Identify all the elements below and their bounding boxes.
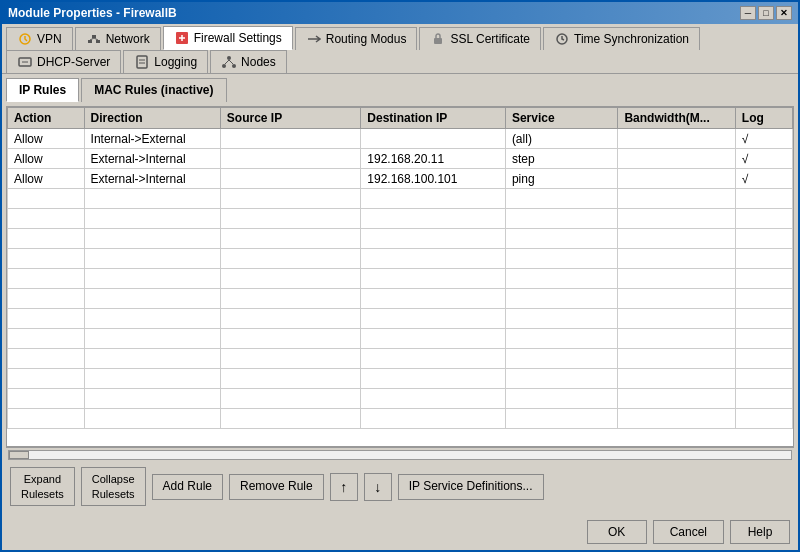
empty-cell xyxy=(84,349,220,369)
help-button[interactable]: Help xyxy=(730,520,790,544)
tab-nodes-label: Nodes xyxy=(241,55,276,69)
tab-mac-rules[interactable]: MAC Rules (inactive) xyxy=(81,78,226,102)
empty-cell xyxy=(361,209,506,229)
empty-cell xyxy=(361,409,506,429)
minimize-button[interactable]: ─ xyxy=(740,6,756,20)
table-cell: √ xyxy=(735,149,792,169)
cancel-button[interactable]: Cancel xyxy=(653,520,724,544)
horizontal-scrollbar[interactable] xyxy=(8,450,792,460)
empty-cell xyxy=(505,369,618,389)
empty-cell xyxy=(84,309,220,329)
svg-point-13 xyxy=(227,56,231,60)
empty-row xyxy=(8,289,793,309)
tab-time[interactable]: Time Synchronization xyxy=(543,27,700,50)
empty-cell xyxy=(618,389,735,409)
empty-cell xyxy=(618,269,735,289)
main-window: Module Properties - FirewallB ─ □ ✕ VPN … xyxy=(0,0,800,552)
empty-cell xyxy=(505,209,618,229)
tab-nodes[interactable]: Nodes xyxy=(210,50,287,73)
svg-rect-3 xyxy=(96,40,100,43)
empty-cell xyxy=(505,269,618,289)
tab-vpn[interactable]: VPN xyxy=(6,27,73,50)
empty-row xyxy=(8,189,793,209)
col-bandwidth: Bandwidth(M... xyxy=(618,108,735,129)
empty-cell xyxy=(84,329,220,349)
empty-cell xyxy=(8,409,85,429)
table-header-row: Action Direction Source IP Destination I… xyxy=(8,108,793,129)
col-direction: Direction xyxy=(84,108,220,129)
top-tab-bar: VPN Network Firewall Settings Routing Mo… xyxy=(2,24,798,74)
empty-cell xyxy=(84,189,220,209)
table-cell: ping xyxy=(505,169,618,189)
empty-cell xyxy=(505,289,618,309)
move-down-button[interactable]: ↓ xyxy=(364,473,392,501)
empty-cell xyxy=(618,309,735,329)
empty-cell xyxy=(220,269,361,289)
table-cell: Allow xyxy=(8,129,85,149)
remove-rule-button[interactable]: Remove Rule xyxy=(229,474,324,500)
expand-rulesets-button[interactable]: Expand Rulesets xyxy=(10,467,75,506)
move-up-button[interactable]: ↑ xyxy=(330,473,358,501)
tab-network-label: Network xyxy=(106,32,150,46)
routing-icon xyxy=(306,31,322,47)
table-row[interactable]: AllowExternal->Internal192.168.20.11step… xyxy=(8,149,793,169)
empty-cell xyxy=(361,249,506,269)
table-cell: External->Internal xyxy=(84,169,220,189)
inner-tab-bar: IP Rules MAC Rules (inactive) xyxy=(6,78,794,102)
empty-cell xyxy=(84,409,220,429)
tab-logging[interactable]: Logging xyxy=(123,50,208,73)
empty-cell xyxy=(735,369,792,389)
empty-cell xyxy=(361,189,506,209)
collapse-rulesets-button[interactable]: Collapse Rulesets xyxy=(81,467,146,506)
table-cell xyxy=(618,169,735,189)
tab-ip-rules[interactable]: IP Rules xyxy=(6,78,79,102)
empty-cell xyxy=(361,329,506,349)
empty-cell xyxy=(618,189,735,209)
dhcp-icon xyxy=(17,54,33,70)
tab-mac-rules-label: MAC Rules (inactive) xyxy=(94,83,213,97)
ip-service-definitions-button[interactable]: IP Service Definitions... xyxy=(398,474,544,500)
empty-row xyxy=(8,229,793,249)
empty-cell xyxy=(735,249,792,269)
scrollbar-thumb[interactable] xyxy=(9,451,29,459)
tab-firewall-settings[interactable]: Firewall Settings xyxy=(163,26,293,50)
empty-cell xyxy=(361,349,506,369)
maximize-button[interactable]: □ xyxy=(758,6,774,20)
tab-ssl[interactable]: SSL Certificate xyxy=(419,27,541,50)
empty-cell xyxy=(220,309,361,329)
table-cell: √ xyxy=(735,169,792,189)
empty-cell xyxy=(8,329,85,349)
empty-cell xyxy=(84,269,220,289)
table-row[interactable]: AllowInternal->External(all)√ xyxy=(8,129,793,149)
empty-cell xyxy=(361,289,506,309)
empty-cell xyxy=(505,329,618,349)
empty-cell xyxy=(8,289,85,309)
nodes-icon xyxy=(221,54,237,70)
ok-button[interactable]: OK xyxy=(587,520,647,544)
empty-row xyxy=(8,389,793,409)
tab-routing[interactable]: Routing Modus xyxy=(295,27,418,50)
horizontal-scrollbar-area xyxy=(6,447,794,461)
empty-cell xyxy=(505,189,618,209)
empty-cell xyxy=(361,269,506,289)
tab-dhcp-label: DHCP-Server xyxy=(37,55,110,69)
tab-dhcp[interactable]: DHCP-Server xyxy=(6,50,121,73)
tab-ssl-label: SSL Certificate xyxy=(450,32,530,46)
table-cell xyxy=(618,129,735,149)
empty-cell xyxy=(8,249,85,269)
col-action: Action xyxy=(8,108,85,129)
empty-cell xyxy=(618,409,735,429)
empty-row xyxy=(8,329,793,349)
table-row[interactable]: AllowExternal->Internal192.168.100.101pi… xyxy=(8,169,793,189)
tab-network[interactable]: Network xyxy=(75,27,161,50)
svg-rect-7 xyxy=(434,38,442,44)
empty-cell xyxy=(220,249,361,269)
empty-row xyxy=(8,209,793,229)
col-destination-ip: Destination IP xyxy=(361,108,506,129)
empty-cell xyxy=(735,309,792,329)
add-rule-button[interactable]: Add Rule xyxy=(152,474,223,500)
network-icon xyxy=(86,31,102,47)
empty-cell xyxy=(220,209,361,229)
window-title: Module Properties - FirewallB xyxy=(8,6,177,20)
close-button[interactable]: ✕ xyxy=(776,6,792,20)
